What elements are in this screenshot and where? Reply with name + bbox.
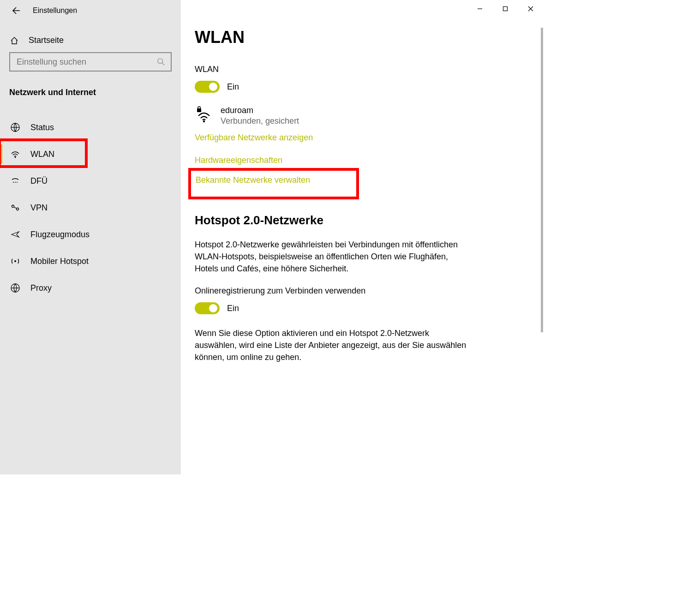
minimize-icon (477, 6, 483, 12)
wlan-toggle[interactable] (195, 81, 220, 93)
svg-rect-18 (197, 108, 201, 112)
minimize-button[interactable] (467, 0, 492, 18)
maximize-button[interactable] (492, 0, 518, 18)
nav-label: DFÜ (30, 176, 48, 186)
online-registration-description: Wenn Sie diese Option aktivieren und ein… (195, 327, 472, 363)
wifi-secured-icon (195, 106, 214, 124)
sidebar-home[interactable]: Startseite (0, 26, 181, 50)
network-status: Verbunden, gesichert (221, 116, 299, 126)
wlan-section-label: WLAN (195, 65, 529, 74)
nav-label: Status (30, 123, 54, 132)
scrollbar[interactable] (541, 28, 543, 332)
close-icon (528, 6, 533, 12)
svg-point-17 (203, 120, 205, 122)
arrow-left-icon (11, 6, 20, 15)
dialup-icon (9, 176, 21, 186)
svg-point-0 (158, 59, 163, 64)
nav-label: VPN (30, 203, 48, 213)
link-hardware-properties[interactable]: Hardwareeigenschaften (195, 156, 529, 165)
link-available-networks[interactable]: Verfügbare Netzwerke anzeigen (195, 133, 529, 143)
hotspot-section-title: Hotspot 2.0-Netzwerke (195, 213, 529, 228)
sidebar-item-mobilehotspot[interactable]: Mobiler Hotspot (0, 248, 181, 275)
sidebar-item-proxy[interactable]: Proxy (0, 275, 181, 301)
svg-rect-14 (503, 7, 507, 11)
svg-point-5 (13, 182, 14, 183)
online-registration-label: Onlineregistrierung zum Verbinden verwen… (195, 286, 529, 296)
search-icon (157, 58, 165, 66)
network-name: eduroam (221, 106, 299, 115)
close-button[interactable] (518, 0, 543, 18)
airplane-icon (9, 229, 21, 240)
nav-label: Proxy (30, 283, 52, 293)
svg-point-6 (15, 182, 16, 183)
hotspot-description: Hotspot 2.0-Netzwerke gewährleisten bei … (195, 239, 472, 275)
nav-label: Mobiler Hotspot (30, 257, 89, 266)
globe-icon (9, 283, 21, 293)
annotation-highlight-known-networks: Bekannte Netzwerke verwalten (188, 168, 359, 199)
home-icon (9, 36, 19, 45)
sidebar-item-dfu[interactable]: DFÜ (0, 168, 181, 194)
app-title: Einstellungen (33, 6, 77, 15)
svg-point-9 (17, 208, 19, 210)
page-title: WLAN (195, 28, 529, 47)
home-label: Startseite (29, 36, 64, 45)
svg-point-8 (12, 205, 14, 208)
sidebar-item-status[interactable]: Status (0, 114, 181, 141)
link-manage-known-networks[interactable]: Bekannte Netzwerke verwalten (196, 175, 352, 185)
sidebar-item-vpn[interactable]: VPN (0, 194, 181, 221)
nav-label: Flugzeugmodus (30, 230, 90, 240)
maximize-icon (503, 6, 508, 12)
back-button[interactable] (7, 2, 24, 19)
current-network[interactable]: eduroam Verbunden, gesichert (195, 106, 529, 126)
wlan-toggle-state: Ein (227, 82, 239, 92)
svg-point-7 (17, 182, 18, 183)
svg-point-10 (14, 260, 16, 262)
search-input[interactable] (16, 57, 157, 67)
online-registration-state: Ein (227, 304, 239, 313)
search-input-wrapper[interactable] (9, 52, 172, 72)
globe-grid-icon (9, 122, 21, 132)
sidebar-item-flightmode[interactable]: Flugzeugmodus (0, 221, 181, 248)
svg-line-1 (162, 63, 165, 66)
hotspot-icon (9, 256, 21, 266)
category-title: Netzwerk und Internet (0, 72, 181, 103)
annotation-highlight-wlan (0, 138, 88, 168)
vpn-icon (9, 203, 21, 213)
online-registration-toggle[interactable] (195, 302, 220, 314)
